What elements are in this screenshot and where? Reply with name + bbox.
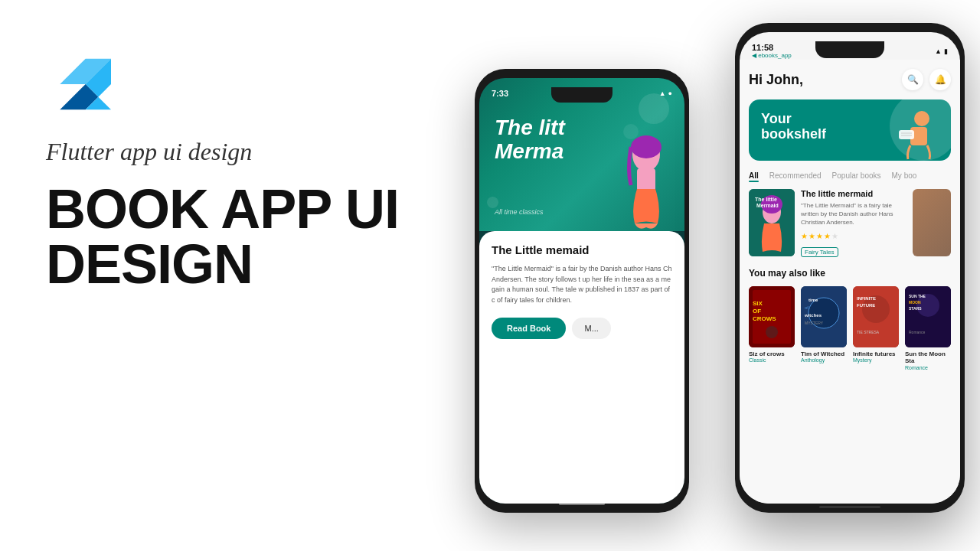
next-book-peek <box>913 189 951 256</box>
book-genre-infinite: Mystery <box>853 357 899 363</box>
app-header: Hi John, 🔍 🔔 <box>749 69 951 90</box>
back-phone-home-indicator <box>559 503 605 505</box>
svg-text:FUTURE: FUTURE <box>857 303 875 308</box>
svg-text:MYSTERY: MYSTERY <box>805 321 824 325</box>
svg-point-22 <box>766 326 778 338</box>
also-like-books-grid: SIX OF CROWS Siz of crows Classic <box>749 286 951 370</box>
read-book-button[interactable]: Read Book <box>492 318 566 339</box>
svg-text:of: of <box>805 305 808 310</box>
svg-text:CROWS: CROWS <box>753 315 776 322</box>
mermaid-illustration <box>616 132 677 231</box>
svg-text:MOON: MOON <box>909 300 921 305</box>
svg-point-7 <box>914 111 929 126</box>
svg-text:SIX: SIX <box>753 300 763 307</box>
svg-text:TIE STRESA: TIE STRESA <box>857 330 880 334</box>
book-title-time-witches: Tim of Witched <box>801 350 847 358</box>
star-5: ★ <box>831 232 838 240</box>
svg-rect-9 <box>899 130 914 139</box>
book-detail-title: The Little memaid <box>492 243 672 256</box>
featured-book-title: The little mermaid <box>801 189 906 198</box>
hero-title: The litt Merma <box>495 116 565 164</box>
hero-subtitle: All time classics <box>495 208 544 216</box>
star-1: ★ <box>801 232 808 240</box>
book-title-six-crows: Siz of crows <box>749 350 795 358</box>
battery-icon: ▮ <box>944 47 948 55</box>
wifi-icon: ▲ <box>935 47 942 55</box>
search-icon[interactable]: 🔍 <box>902 69 923 90</box>
book-detail-desc: "The Little Mermaid" is a fair by the Da… <box>492 264 672 305</box>
svg-text:SUN THE: SUN THE <box>909 294 926 298</box>
svg-point-6 <box>631 135 662 158</box>
banner-figure <box>891 107 945 161</box>
app-greeting: Hi John, <box>749 72 803 88</box>
featured-books-row: The little Mermaid The little mermaid "T… <box>749 189 951 257</box>
svg-text:The little: The little <box>755 197 777 202</box>
book-card-2[interactable]: INFINITE FUTURE TIE STRESA Infinite futu… <box>853 286 899 370</box>
tab-my-books[interactable]: My boo <box>892 171 917 180</box>
svg-text:Mermaid: Mermaid <box>756 203 779 208</box>
book-card-1[interactable]: time of witches MYSTERY Tim of Witched A… <box>801 286 847 370</box>
book-cover-infinite: INFINITE FUTURE TIE STRESA <box>853 286 899 347</box>
tab-all[interactable]: All <box>749 171 759 180</box>
svg-text:INFINITE: INFINITE <box>857 296 876 301</box>
book-genre-sun-moon: Romance <box>905 365 951 370</box>
left-text-section: Flutter app ui design BOOK APP UI DESIGN <box>46 138 444 292</box>
book-genre-six-crows: Classic <box>749 357 795 363</box>
svg-text:witches: witches <box>804 313 822 318</box>
tab-popular[interactable]: Popular books <box>832 171 881 180</box>
phone-back-time: 7:33 <box>492 89 508 98</box>
phone-back-status-icons: ▲ ● <box>659 90 672 97</box>
phone-front-screen: 11:58 ◀ ebooks_app ▲ ▮ Hi John, 🔍 🔔 <box>740 32 960 504</box>
status-time: 11:58 <box>752 43 792 52</box>
bell-icon[interactable]: 🔔 <box>929 69 951 90</box>
home-indicator[interactable] <box>819 506 880 508</box>
status-app-label: ◀ ebooks_app <box>752 52 792 59</box>
section-title-also-like: You may also like <box>749 268 951 279</box>
tab-recommended[interactable]: Recommended <box>769 171 822 180</box>
book-cover-six-crows: SIX OF CROWS <box>749 286 795 347</box>
book-detail-buttons: Read Book M... <box>492 318 672 339</box>
featured-cover-art: The little Mermaid <box>749 189 795 256</box>
book-title-sun-moon: Sun the Moon Sta <box>905 350 951 365</box>
phone-back-notch <box>551 87 612 103</box>
book-detail-content: The Little memaid "The Little Mermaid" i… <box>479 231 684 504</box>
star-3: ★ <box>816 232 823 240</box>
phone-back-screen: 7:33 ▲ ● The litt Merma All time classic… <box>479 78 684 504</box>
phone-front: 11:58 ◀ ebooks_app ▲ ▮ Hi John, 🔍 🔔 <box>735 23 965 513</box>
featured-book-info: The little mermaid "The Little Mermaid" … <box>801 189 906 257</box>
book-card-3[interactable]: SUN THE MOON STARS Romance Sun the Moon … <box>905 286 951 370</box>
title-line2: DESIGN <box>46 236 444 292</box>
svg-text:time: time <box>808 298 818 302</box>
star-2: ★ <box>808 232 815 240</box>
category-tabs: All Recommended Popular books My boo <box>749 171 951 180</box>
svg-text:OF: OF <box>753 308 761 315</box>
subtitle-script: Flutter app ui design <box>46 138 444 166</box>
svg-text:STARS: STARS <box>909 306 922 311</box>
book-card-0[interactable]: SIX OF CROWS Siz of crows Classic <box>749 286 795 370</box>
featured-book-cover[interactable]: The little Mermaid <box>749 189 795 256</box>
star-4: ★ <box>824 232 831 240</box>
title-line1: BOOK APP UI <box>46 181 444 236</box>
phones-container: 7:33 ▲ ● The litt Merma All time classic… <box>475 23 965 528</box>
flutter-logo <box>46 46 122 122</box>
featured-book-rating: ★ ★ ★ ★ ★ <box>801 232 906 240</box>
book-cover-time-witches: time of witches MYSTERY <box>801 286 847 347</box>
phone-front-notch <box>815 41 884 58</box>
featured-book-desc: "The Little Mermaid" is a fairy tale wri… <box>801 201 906 227</box>
book-cover-sun-moon: SUN THE MOON STARS Romance <box>905 286 951 347</box>
phone-back: 7:33 ▲ ● The litt Merma All time classic… <box>475 69 689 513</box>
svg-rect-5 <box>637 168 655 191</box>
genre-tag[interactable]: Fairy Tales <box>801 247 838 257</box>
svg-text:Romance: Romance <box>909 330 926 334</box>
book-genre-time-witches: Anthology <box>801 357 847 363</box>
main-title: BOOK APP UI DESIGN <box>46 181 444 292</box>
bookshelf-banner[interactable]: Your bookshelf <box>749 99 951 161</box>
status-icons: ▲ ▮ <box>935 47 948 55</box>
app-content: Hi John, 🔍 🔔 Your bookshelf <box>740 60 960 504</box>
app-header-icons: 🔍 🔔 <box>902 69 951 90</box>
book-title-infinite: Infinite futures <box>853 350 899 358</box>
more-button[interactable]: M... <box>572 318 610 339</box>
